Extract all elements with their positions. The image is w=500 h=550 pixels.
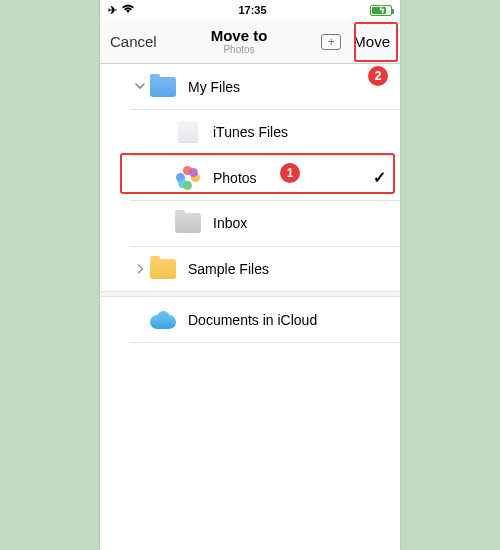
- chevron-down-icon[interactable]: [130, 83, 150, 90]
- plus-icon: +: [328, 36, 335, 48]
- row-icloud[interactable]: · Documents in iCloud: [100, 297, 400, 342]
- new-folder-button[interactable]: +: [321, 34, 341, 50]
- phone-frame: ✈ 17:35 ϟ Cancel Move to Photos + Move: [100, 0, 400, 550]
- row-photos[interactable]: · Photos ✓: [100, 155, 400, 200]
- row-sample-files[interactable]: Sample Files: [100, 246, 400, 291]
- wifi-icon: [121, 4, 135, 16]
- row-label: Inbox: [213, 215, 386, 231]
- row-label: iTunes Files: [213, 124, 386, 140]
- folder-icon: [150, 256, 176, 282]
- nav-bar: Cancel Move to Photos + Move: [100, 20, 400, 64]
- itunes-icon: [175, 119, 201, 145]
- nav-title: Move to: [157, 28, 322, 45]
- folder-list: My Files · iTunes Files · Photos ✓ · Inb…: [100, 64, 400, 349]
- row-label: My Files: [188, 79, 386, 95]
- row-label: Documents in iCloud: [188, 312, 386, 328]
- status-time: 17:35: [238, 4, 266, 16]
- row-my-files[interactable]: My Files: [100, 64, 400, 109]
- cloud-icon: [150, 307, 176, 333]
- cancel-button[interactable]: Cancel: [110, 33, 157, 50]
- row-itunes-files[interactable]: · iTunes Files: [100, 110, 400, 155]
- chevron-right-icon[interactable]: [130, 264, 150, 274]
- checkmark-icon: ✓: [373, 168, 386, 187]
- status-bar: ✈ 17:35 ϟ: [100, 0, 400, 20]
- move-button[interactable]: Move: [353, 33, 390, 50]
- nav-subtitle: Photos: [157, 44, 322, 55]
- folder-icon: [150, 74, 176, 100]
- row-inbox[interactable]: · Inbox: [100, 201, 400, 246]
- photos-icon: [175, 165, 201, 191]
- row-label: Sample Files: [188, 261, 386, 277]
- battery-icon: ϟ: [370, 5, 392, 16]
- airplane-mode-icon: ✈: [108, 4, 117, 17]
- folder-icon: [175, 210, 201, 236]
- row-label: Photos: [213, 170, 373, 186]
